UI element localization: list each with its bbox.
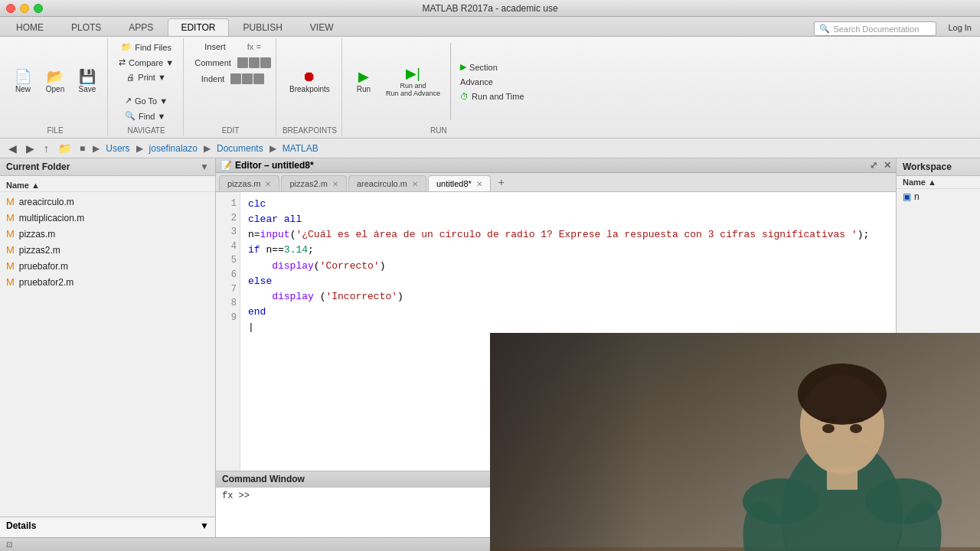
close-pizzas2-tab[interactable]: ✕ [332, 180, 338, 188]
file-icon: M [6, 260, 15, 272]
close-pizzas-tab[interactable]: ✕ [265, 180, 271, 188]
new-icon: 📄 [15, 70, 31, 83]
file-icon: M [6, 276, 15, 288]
undock-button[interactable]: ⤢ [870, 160, 877, 171]
tab-publish[interactable]: PUBLISH [230, 18, 296, 36]
run-time-button[interactable]: ⏱ Run and Time [456, 90, 528, 103]
editor-icon: 📝 [220, 160, 232, 171]
titlebar: MATLAB R2017a - academic use [0, 0, 980, 17]
new-tab-button[interactable]: + [492, 173, 511, 191]
close-button[interactable] [6, 4, 15, 13]
workspace-variable-n[interactable]: ▣ n [897, 189, 980, 204]
up-button[interactable]: ↑ [41, 142, 51, 155]
run-button[interactable]: ▶ Run [348, 67, 379, 96]
details-collapse[interactable]: ▼ [200, 520, 209, 531]
file-item-pizzas[interactable]: M pizzas.m [0, 226, 215, 242]
close-editor-button[interactable]: ✕ [884, 160, 891, 171]
file-section-label: FILE [47, 125, 63, 135]
path-users[interactable]: Users [106, 143, 129, 154]
editor-header: 📝 Editor – untitled8* ⤢ ✕ [216, 158, 896, 173]
workspace-header: Workspace [897, 158, 980, 176]
details-title: Details [6, 520, 36, 531]
window-controls[interactable] [6, 4, 43, 13]
indent-button[interactable]: Indent [197, 72, 230, 86]
close-untitled8-tab[interactable]: ✕ [476, 180, 482, 188]
tab-pizzas[interactable]: pizzas.m ✕ [219, 175, 279, 191]
svg-point-9 [850, 424, 862, 433]
filename: pruebafor.m [19, 261, 68, 272]
file-item-pruebafor2[interactable]: M pruebafor2.m [0, 274, 215, 290]
addressbar: ◀ ▶ ↑ 📁 ■ ▶ Users ▶ josefinalazo ▶ Docum… [0, 139, 980, 158]
file-icon: M [6, 244, 15, 256]
run-time-icon: ⏱ [460, 92, 469, 101]
tab-areacirculo[interactable]: areacirculo.m ✕ [348, 175, 426, 191]
path-documents[interactable]: Documents [217, 143, 263, 154]
back-button[interactable]: ◀ [6, 142, 19, 155]
browse-button[interactable]: 📁 [56, 142, 74, 155]
save-icon: 💾 [79, 70, 96, 83]
path-user[interactable]: josefinalazo [149, 143, 198, 154]
run-advance-icon: ▶| [406, 67, 420, 80]
goto-button[interactable]: ↗ Go To ▼ [120, 93, 172, 108]
ribbon-section-edit: Insert fx = Comment Indent EDI [185, 38, 276, 136]
path-sep-1: ▶ [93, 143, 100, 154]
find-button[interactable]: 🔍 Find ▼ [120, 109, 170, 123]
workspace-col-header: Name ▲ [897, 176, 980, 189]
svg-point-8 [822, 424, 835, 433]
file-item-pizzas2[interactable]: M pizzas2.m [0, 242, 215, 258]
ribbon-section-navigate: 📁 Find Files ⇄ Compare ▼ 🖨 Print ▼ ↗ Go … [109, 38, 184, 136]
path-matlab[interactable]: MATLAB [283, 143, 318, 154]
file-icon: M [6, 196, 15, 207]
file-item-multiplicacion[interactable]: M multiplicacion.m [0, 210, 215, 226]
svg-point-2 [798, 364, 887, 425]
new-button[interactable]: 📄 New [8, 67, 38, 96]
tab-pizzas2[interactable]: pizzas2.m ✕ [281, 175, 347, 191]
advance-button[interactable]: Advance [456, 75, 528, 89]
navigate-section-label: NAVIGATE [128, 125, 165, 135]
log-in-button[interactable]: Log In [939, 19, 980, 36]
tab-apps[interactable]: APPS [116, 18, 166, 36]
maximize-button[interactable] [34, 4, 43, 13]
command-title: Command Window [222, 474, 305, 484]
forward-button[interactable]: ▶ [24, 142, 37, 155]
tab-editor[interactable]: EDITOR [168, 18, 228, 36]
filename: pizzas.m [19, 229, 55, 240]
search-icon: 🔍 [819, 24, 830, 34]
filename: pizzas2.m [19, 245, 60, 256]
comment-button[interactable]: Comment [190, 56, 236, 70]
collapse-button[interactable]: ▼ [200, 161, 209, 172]
workspace-name-header: Name ▲ [903, 178, 936, 187]
print-button[interactable]: 🖨 Print ▼ [122, 70, 171, 84]
tab-untitled8[interactable]: untitled8* ✕ [428, 175, 491, 191]
tab-view[interactable]: VIEW [297, 18, 347, 36]
close-areacirculo-tab[interactable]: ✕ [412, 180, 418, 188]
save-button[interactable]: 💾 Save [72, 67, 103, 96]
file-item-pruebafor[interactable]: M pruebafor.m [0, 258, 215, 274]
run-advance-button[interactable]: ▶| Run and Run and Advance [381, 64, 446, 100]
ribbon-tabs: HOME PLOTS APPS EDITOR PUBLISH VIEW 🔍 Se… [0, 17, 980, 37]
current-folder-header: Current Folder ▼ [0, 158, 215, 176]
search-documentation[interactable]: 🔍 Search Documentation [814, 21, 936, 36]
file-item-areacirculo[interactable]: M areacirculo.m [0, 194, 215, 210]
filename: pruebafor2.m [19, 277, 74, 288]
tab-home[interactable]: HOME [3, 18, 57, 36]
tab-plots[interactable]: PLOTS [58, 18, 114, 36]
breakpoints-button[interactable]: ⏺ Breakpoints [284, 67, 335, 96]
find-files-button[interactable]: 📁 Find Files [116, 40, 176, 54]
open-button[interactable]: 📂 Open [40, 67, 70, 96]
svg-rect-11 [848, 419, 864, 422]
run-section-label: RUN [430, 125, 447, 135]
left-panel: Current Folder ▼ Name ▲ M areacirculo.m … [0, 158, 216, 551]
insert-button[interactable]: Insert [200, 40, 230, 54]
details-header: Details ▼ [6, 520, 209, 534]
person-silhouette [720, 348, 965, 551]
current-folder-title: Current Folder [6, 161, 70, 172]
filename: areacirculo.m [19, 197, 74, 207]
run-section-button[interactable]: ▶ Section [456, 60, 528, 74]
status-icon: ⊡ [6, 540, 12, 549]
svg-rect-3 [827, 467, 858, 490]
breakpoints-icon: ⏺ [302, 70, 316, 83]
compare-button[interactable]: ⇄ Compare ▼ [114, 55, 178, 70]
svg-rect-10 [821, 419, 836, 422]
minimize-button[interactable] [20, 4, 29, 13]
